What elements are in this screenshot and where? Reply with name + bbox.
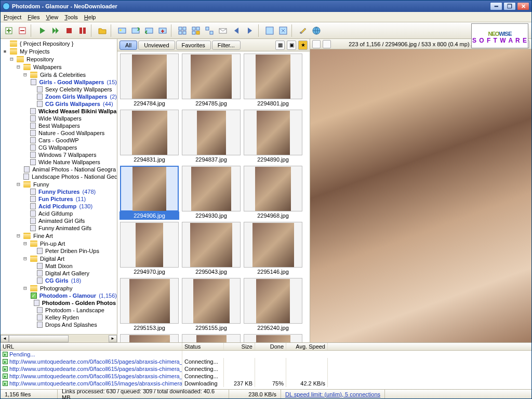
thumbnail[interactable]: 2294970.jpg <box>119 222 179 276</box>
thumbnail[interactable]: 2295240.jpg <box>243 278 303 332</box>
thumbnail[interactable]: 2294784.jpg <box>119 54 179 108</box>
thumbnail-grid[interactable]: 2294784.jpg 2294785.jpg 2294801.jpg 2294… <box>117 51 310 342</box>
download-row[interactable]: ▸http://www.umtoquedearte.com/0/facoll61… <box>1 380 531 387</box>
download-row[interactable]: ▸http://www.umtoquedearte.com/0/facoll61… <box>1 373 531 380</box>
play-button[interactable] <box>36 24 48 37</box>
grid-button-1[interactable] <box>176 24 189 37</box>
tab-unviewed[interactable]: Unviewed <box>138 41 175 50</box>
tree-item[interactable]: ⊟ Digital Art <box>1 255 117 262</box>
tree-item[interactable]: ⊟ Funny <box>1 180 117 188</box>
tree-item[interactable]: Zoom Girls Wallpapers (2) <box>1 93 117 100</box>
menu-files[interactable]: Files <box>28 14 39 20</box>
pic-button-2[interactable] <box>129 24 142 37</box>
download-row[interactable]: ▸Pending... <box>1 351 531 358</box>
view-button-2[interactable] <box>277 24 289 37</box>
settings-button[interactable] <box>297 24 309 37</box>
tree-item[interactable]: Kelley Ryden <box>1 314 117 321</box>
tree-item[interactable]: ⊟ Repository <box>1 55 117 63</box>
thumbnail[interactable]: 2295146.jpg <box>243 222 303 276</box>
download-row[interactable]: ▸http://www.umtoquedearte.com/0/facoll61… <box>1 365 531 373</box>
menu-tools[interactable]: Tools <box>64 14 78 20</box>
thumbnail[interactable]: 2295285.jpg <box>181 334 241 342</box>
tree-item[interactable]: ✓ Photodom - Glamour (1,156) <box>1 292 117 299</box>
open-folder-button[interactable] <box>96 24 109 37</box>
pic-button-1[interactable] <box>116 24 128 37</box>
tree-item[interactable]: ⊟ Girls & Celebrities <box>1 71 117 78</box>
tree-item[interactable]: Landscape Photos - National Gec <box>1 173 117 180</box>
tab-favorites[interactable]: Favorites <box>176 41 211 50</box>
tree-item[interactable]: CG Girls (18) <box>1 277 117 284</box>
thumbnail[interactable]: 2294906.jpg <box>119 166 179 220</box>
thumbnail[interactable]: 2294837.jpg <box>181 110 241 164</box>
tree-item[interactable]: Fun Pictures (11) <box>1 195 117 203</box>
mail-button[interactable] <box>217 24 229 37</box>
thumb-small-icon[interactable]: ▦ <box>275 41 285 50</box>
thumbnail[interactable]: 2294890.jpg <box>243 110 303 164</box>
thumbnail[interactable]: 2295153.jpg <box>119 278 179 332</box>
tree-item[interactable]: Digital Art Gallery <box>1 270 117 277</box>
tree-item[interactable]: Animated Girl Gifs <box>1 217 117 224</box>
thumbnail[interactable]: 2295287.jpg <box>243 334 303 342</box>
tree-item[interactable]: Wide Nature Wallpapers <box>1 158 117 166</box>
tree-item[interactable]: Nature - Good Wallpapers <box>1 129 117 137</box>
tree-item[interactable]: Drops And Splashes <box>1 321 117 328</box>
tree-item[interactable]: Wide Wallpapers <box>1 115 117 122</box>
pic-button-4[interactable] <box>156 24 169 37</box>
grid-button-3[interactable] <box>203 24 216 37</box>
tree-item[interactable]: Peter Driben Pin-Ups <box>1 247 117 255</box>
download-row[interactable]: ▸http://www.umtoquedearte.com/0/facoll61… <box>1 358 531 365</box>
stop-all-button[interactable] <box>76 24 89 37</box>
grid-button-2[interactable] <box>190 24 202 37</box>
tree-item[interactable]: ▪ My Projects <box>1 47 117 55</box>
thumbnail[interactable]: 2294968.jpg <box>243 166 303 220</box>
tree-item[interactable]: Acid Gifdump <box>1 210 117 217</box>
tab-filter[interactable]: Filter... <box>212 41 241 50</box>
tree-item[interactable]: Funny Animated Gifs <box>1 224 117 232</box>
maximize-button[interactable]: ❐ <box>503 2 516 10</box>
thumbnail[interactable]: 2294785.jpg <box>181 54 241 108</box>
downloads-list[interactable]: ▸Pending... ▸http://www.umtoquedearte.co… <box>1 351 531 387</box>
menu-project[interactable]: Project <box>4 14 21 20</box>
stop-button[interactable] <box>63 24 75 37</box>
tree-item[interactable]: Best Wallpapers <box>1 122 117 129</box>
close-button[interactable]: ✕ <box>517 2 529 10</box>
play-all-button[interactable] <box>49 24 62 37</box>
pic-button-3[interactable] <box>143 24 155 37</box>
thumbnail[interactable]: 2294801.jpg <box>243 54 303 108</box>
preview-prev-icon[interactable] <box>312 40 321 48</box>
delete-button[interactable] <box>16 24 29 37</box>
project-tree[interactable]: { Project Repository } ▪ My Projects ⊟ R… <box>1 39 117 334</box>
view-button-1[interactable] <box>263 24 276 37</box>
menu-view[interactable]: View <box>46 14 59 20</box>
preview-next-icon[interactable] <box>323 40 331 48</box>
tree-item[interactable]: CG Girls Wallpapers (44) <box>1 100 117 108</box>
thumbnail[interactable]: 2295279.jpg <box>119 334 179 342</box>
tree-item[interactable]: { Project Repository } <box>1 40 117 47</box>
tree-item[interactable]: CG Wallpapers <box>1 144 117 151</box>
tree-item[interactable]: Photodom - Golden Photos <box>1 299 117 307</box>
minimize-button[interactable]: ━ <box>490 2 502 10</box>
menu-help[interactable]: Help <box>84 14 96 20</box>
tree-item[interactable]: Acid Picdump (130) <box>1 203 117 210</box>
tree-item[interactable]: Animal Photos - National Geogra <box>1 166 117 173</box>
tree-item[interactable]: Wicked Weasel Bikini Wallpa <box>1 108 117 115</box>
thumbnail[interactable]: 2294930.jpg <box>181 166 241 220</box>
tree-item[interactable]: Photodom - Landscape <box>1 307 117 314</box>
tree-item[interactable]: Funny Pictures (478) <box>1 188 117 195</box>
status-speed-limit[interactable]: DL speed limit: (unlim), 5 connections <box>281 390 385 398</box>
thumb-large-icon[interactable]: ▣ <box>287 41 296 50</box>
tree-item[interactable]: ⊟ Fine Art <box>1 232 117 240</box>
thumbnail[interactable]: 2295155.jpg <box>181 278 241 332</box>
tree-item[interactable]: ⊟ Pin-up Art <box>1 240 117 247</box>
tree-item[interactable]: ⊟ Photography <box>1 284 117 292</box>
new-project-button[interactable] <box>3 24 15 37</box>
tree-scrollbar[interactable]: ◄► <box>1 334 117 342</box>
tree-item[interactable]: ⊟ Wallpapers <box>1 63 117 71</box>
web-button[interactable] <box>310 24 323 37</box>
prev-button[interactable] <box>230 24 243 37</box>
star-icon[interactable]: ★ <box>298 41 308 50</box>
tree-item[interactable]: Sexy Celebrity Wallpapers <box>1 86 117 93</box>
next-button[interactable] <box>244 24 256 37</box>
tree-item[interactable]: Windows 7 Wallpapers <box>1 151 117 158</box>
tree-item[interactable]: Girls - Good Wallpapers (15) <box>1 78 117 86</box>
